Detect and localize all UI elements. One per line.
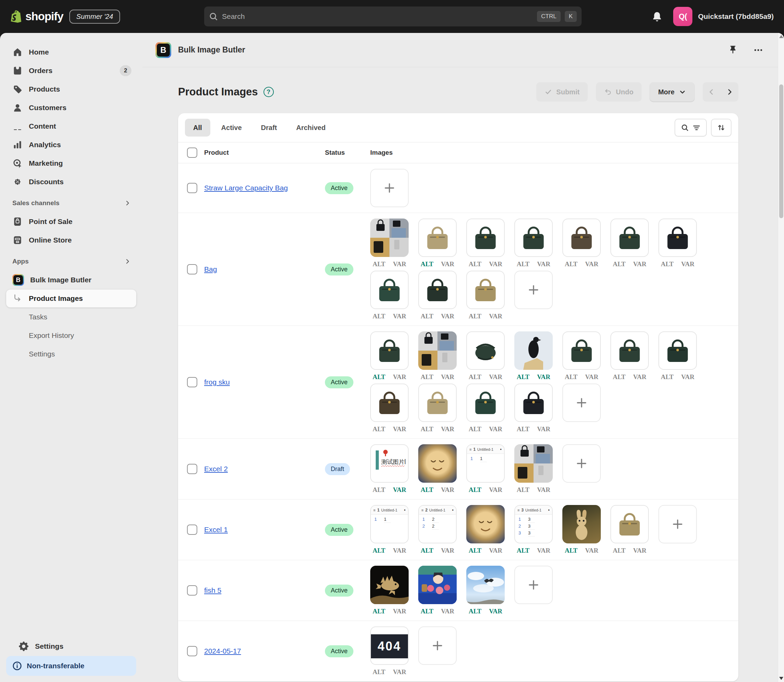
var-label[interactable]: VAR (393, 547, 406, 555)
alt-label[interactable]: ALT (613, 547, 625, 555)
thumb-bag-image[interactable] (514, 218, 553, 257)
var-label[interactable]: VAR (393, 607, 406, 615)
alt-label[interactable]: ALT (661, 260, 674, 268)
var-label[interactable]: VAR (441, 486, 454, 494)
add-image-button[interactable] (514, 566, 553, 604)
alt-label[interactable]: ALT (373, 425, 385, 433)
thumb-spreadsheet-image[interactable]: ≡2Untitled-1●1222 (418, 505, 457, 543)
var-label[interactable]: VAR (633, 260, 646, 268)
var-label[interactable]: VAR (393, 668, 406, 676)
sidebar-item-product-images[interactable]: Product Images (6, 290, 136, 308)
var-label[interactable]: VAR (585, 547, 598, 555)
var-label[interactable]: VAR (681, 260, 695, 268)
alt-label[interactable]: ALT (373, 547, 385, 555)
alt-label[interactable]: ALT (517, 425, 529, 433)
sidebar-item-orders[interactable]: Orders2 (6, 62, 136, 80)
var-label[interactable]: VAR (537, 425, 550, 433)
alt-label[interactable]: ALT (421, 486, 433, 494)
thumb-bag-image[interactable] (418, 384, 457, 422)
thumb-bag-image[interactable] (466, 384, 505, 422)
thumb-seagull-image[interactable] (466, 566, 505, 604)
product-link[interactable]: fish 5 (204, 586, 221, 594)
scrollbar-thumb[interactable] (779, 84, 783, 218)
product-link[interactable]: 2024-05-17 (204, 647, 241, 655)
alt-label[interactable]: ALT (517, 547, 529, 555)
thumb-bag-image[interactable] (514, 384, 553, 422)
alt-label[interactable]: ALT (565, 260, 577, 268)
tab-draft[interactable]: Draft (253, 119, 285, 137)
thumb-aquarium-image[interactable] (418, 566, 457, 604)
var-label[interactable]: VAR (537, 373, 550, 381)
scrollbar-up-arrow[interactable] (779, 35, 783, 38)
thumb-bag-image[interactable] (466, 218, 505, 257)
alt-label[interactable]: ALT (421, 425, 433, 433)
row-checkbox[interactable] (187, 377, 197, 387)
var-label[interactable]: VAR (393, 260, 406, 268)
thumb-bag-image[interactable] (418, 218, 457, 257)
alt-label[interactable]: ALT (468, 260, 481, 268)
alt-label[interactable]: ALT (565, 547, 577, 555)
alt-label[interactable]: ALT (373, 373, 385, 381)
search-filter-button[interactable] (674, 119, 707, 137)
alt-label[interactable]: ALT (373, 486, 385, 494)
section-header-apps[interactable]: Apps (6, 252, 136, 270)
sidebar-item-export-history[interactable]: Export History (6, 327, 136, 344)
alt-label[interactable]: ALT (468, 547, 481, 555)
shopify-logo[interactable]: shopify (10, 10, 63, 23)
undo-button[interactable]: Undo (596, 82, 642, 102)
alt-label[interactable]: ALT (517, 373, 529, 381)
thumb-collage-image[interactable] (418, 331, 457, 370)
add-image-button[interactable] (658, 505, 697, 543)
sidebar-item-bulk-image-butler[interactable]: BBulk Image Butler (6, 271, 136, 289)
var-label[interactable]: VAR (489, 425, 502, 433)
thumb-bag-image[interactable] (610, 331, 649, 370)
product-link[interactable]: Bag (204, 265, 217, 273)
thumb-face-image[interactable] (418, 444, 457, 483)
alt-label[interactable]: ALT (373, 668, 385, 676)
add-image-button[interactable] (563, 384, 601, 422)
alt-label[interactable]: ALT (373, 260, 385, 268)
thumb-lionfish-image[interactable] (370, 566, 409, 604)
thumb-bag-image[interactable] (370, 384, 409, 422)
previous-page-button[interactable] (703, 82, 720, 102)
var-label[interactable]: VAR (489, 486, 502, 494)
sidebar-item-discounts[interactable]: Discounts (6, 173, 136, 191)
tab-archived[interactable]: Archived (288, 119, 334, 137)
alt-label[interactable]: ALT (421, 260, 433, 268)
var-label[interactable]: VAR (393, 312, 406, 320)
thumb-bag-image[interactable] (370, 331, 409, 370)
var-label[interactable]: VAR (441, 425, 454, 433)
alt-label[interactable]: ALT (421, 312, 433, 320)
alt-label[interactable]: ALT (468, 312, 481, 320)
add-image-button[interactable] (514, 271, 553, 309)
thumb-bag-image[interactable] (466, 271, 505, 309)
alt-label[interactable]: ALT (421, 607, 433, 615)
thumb-bag-image[interactable] (610, 505, 649, 543)
thumb-collage-image[interactable] (370, 218, 409, 257)
sidebar-item-analytics[interactable]: Analytics (6, 136, 136, 154)
var-label[interactable]: VAR (585, 373, 598, 381)
alt-label[interactable]: ALT (517, 486, 529, 494)
row-checkbox[interactable] (187, 646, 197, 656)
help-icon[interactable]: ? (263, 87, 274, 97)
thumb-pigeon-image[interactable] (514, 331, 553, 370)
var-label[interactable]: VAR (393, 486, 406, 494)
var-label[interactable]: VAR (489, 373, 502, 381)
thumb-404-image[interactable]: 404 (370, 626, 409, 665)
thumb-bag-image[interactable] (563, 218, 601, 257)
var-label[interactable]: VAR (441, 312, 454, 320)
user-menu[interactable]: Q( Quickstart (7bdd85a9) (673, 7, 774, 26)
sidebar-item-settings[interactable]: Settings (12, 637, 130, 655)
more-button[interactable]: More (650, 82, 695, 102)
product-link[interactable]: frog sku (204, 378, 230, 386)
vertical-scrollbar[interactable] (778, 33, 784, 682)
thumb-bag-image[interactable] (370, 271, 409, 309)
var-label[interactable]: VAR (393, 425, 406, 433)
var-label[interactable]: VAR (489, 312, 502, 320)
sidebar-item-marketing[interactable]: Marketing (6, 155, 136, 172)
sidebar-item-home[interactable]: Home (6, 43, 136, 61)
var-label[interactable]: VAR (441, 260, 454, 268)
thumb-spreadsheet-image[interactable]: ≡3Untitled-1●132333 (514, 505, 553, 543)
thumb-bag-top-image[interactable] (466, 331, 505, 370)
var-label[interactable]: VAR (681, 373, 695, 381)
